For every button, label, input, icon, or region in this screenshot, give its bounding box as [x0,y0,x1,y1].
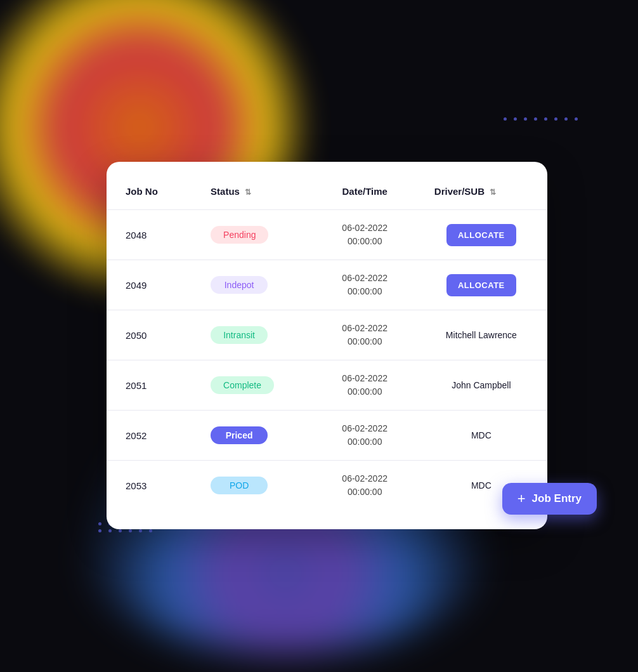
cell-datetime: 06-02-202200:00:00 [315,260,415,310]
cell-status: Pending [192,210,314,260]
table-row: 2048Pending06-02-202200:00:00ALLOCATE [107,210,547,260]
status-badge-pending: Pending [211,226,268,244]
col-header-status[interactable]: Status ⇅ [192,181,314,210]
cell-job-no: 2053 [107,461,192,511]
cell-driver: MDC [415,411,547,461]
cell-status: Complete [192,360,314,411]
status-badge-intransit: Intransit [211,326,268,344]
cell-job-no: 2048 [107,210,192,260]
cell-datetime: 06-02-202200:00:00 [315,210,415,260]
table-header-row: Job No Status ⇅ Date/Time Driver/SUB ⇅ [107,181,547,210]
col-header-driver[interactable]: Driver/SUB ⇅ [415,181,547,210]
cell-driver: John Campbell [415,360,547,411]
status-badge-pod: POD [211,477,268,494]
status-badge-priced: Priced [211,426,268,444]
cell-driver: Mitchell Lawrence [415,310,547,360]
cell-datetime: 06-02-202200:00:00 [315,411,415,461]
cell-job-no: 2049 [107,260,192,310]
status-sort-icon: ⇅ [245,188,251,197]
job-entry-button[interactable]: + Job Entry [502,483,597,515]
jobs-table: Job No Status ⇅ Date/Time Driver/SUB ⇅ 2… [107,181,547,510]
driver-sort-icon: ⇅ [490,188,496,197]
jobs-card: Job No Status ⇅ Date/Time Driver/SUB ⇅ 2… [107,162,547,529]
cell-job-no: 2051 [107,360,192,411]
cell-datetime: 06-02-202200:00:00 [315,360,415,411]
cell-status: Indepot [192,260,314,310]
table-row: 2053POD06-02-202200:00:00MDC [107,461,547,511]
cell-driver[interactable]: ALLOCATE [415,260,547,310]
cell-status: Priced [192,411,314,461]
plus-icon: + [518,492,526,506]
cell-job-no: 2052 [107,411,192,461]
dots-top-right [504,117,581,121]
job-entry-label: Job Entry [532,492,582,505]
cell-job-no: 2050 [107,310,192,360]
status-badge-complete: Complete [211,376,274,394]
cell-driver[interactable]: ALLOCATE [415,210,547,260]
cell-status: POD [192,461,314,511]
col-header-job-no: Job No [107,181,192,210]
col-header-datetime: Date/Time [315,181,415,210]
table-row: 2052Priced06-02-202200:00:00MDC [107,411,547,461]
cell-status: Intransit [192,310,314,360]
allocate-button[interactable]: ALLOCATE [446,274,516,296]
cell-datetime: 06-02-202200:00:00 [315,310,415,360]
table-row: 2051Complete06-02-202200:00:00John Campb… [107,360,547,411]
status-badge-indepot: Indepot [211,276,268,294]
table-row: 2049Indepot06-02-202200:00:00ALLOCATE [107,260,547,310]
table-row: 2050Intransit06-02-202200:00:00Mitchell … [107,310,547,360]
cell-datetime: 06-02-202200:00:00 [315,461,415,511]
allocate-button[interactable]: ALLOCATE [446,224,516,246]
